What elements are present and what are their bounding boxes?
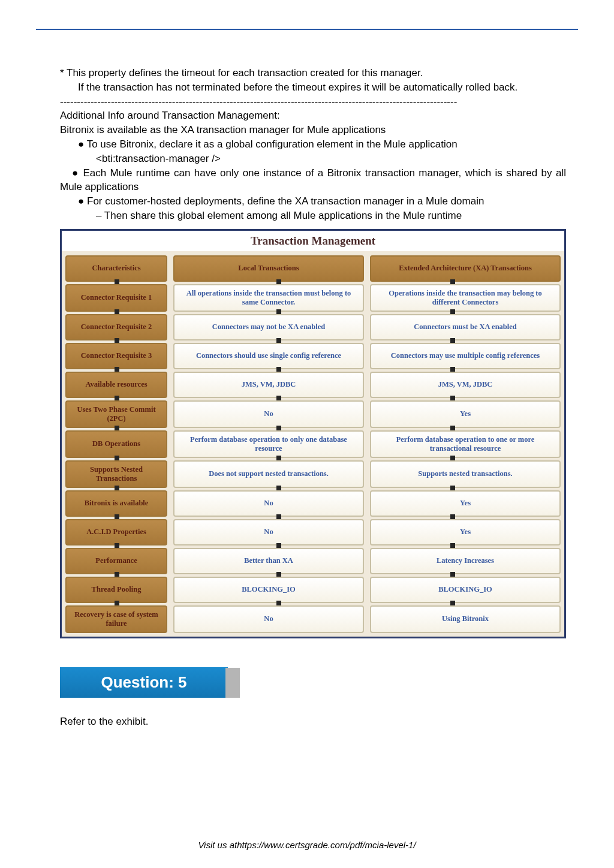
question-banner-wrap: Question: 5 xyxy=(60,653,566,698)
row-xa: Connectors must be XA enabled xyxy=(370,314,561,340)
intro-line2: If the transaction has not terminated be… xyxy=(60,80,566,95)
row-xa: BLOCKING_IO xyxy=(370,577,561,603)
table-row: Connector Requisite 3 Connectors should … xyxy=(65,340,561,369)
row-label: DB Operations xyxy=(65,430,167,458)
refer-text: Refer to the exhibit. xyxy=(60,715,566,729)
question-banner: Question: 5 xyxy=(60,667,228,698)
row-xa: Operations inside the transaction may be… xyxy=(370,284,561,312)
separator-line: ----------------------------------------… xyxy=(60,95,566,109)
table-row: Performance Better than XA Latency Incre… xyxy=(65,545,561,574)
table-row: Connector Requisite 1 All operations ins… xyxy=(65,282,561,312)
table-row: Uses Two Phase Commit (2PC) No Yes xyxy=(65,398,561,428)
table-row: Thread Pooling BLOCKING_IO BLOCKING_IO xyxy=(65,574,561,603)
row-label: Connector Requisite 3 xyxy=(65,343,167,369)
table-row: Supports Nested Transactions Does not su… xyxy=(65,458,561,488)
row-label: Connector Requisite 1 xyxy=(65,284,167,312)
footer-text: Visit us athttps://www.certsgrade.com/pd… xyxy=(0,840,614,850)
row-local: Perform database operation to only one d… xyxy=(173,430,364,458)
row-local: No xyxy=(173,605,364,633)
row-local: Does not support nested transactions. xyxy=(173,460,364,488)
table-row: Recovery is case of system failure No Us… xyxy=(65,603,561,633)
intro-line1: * This property defines the timeout for … xyxy=(60,66,566,80)
row-local: Better than XA xyxy=(173,548,364,574)
row-xa: Supports nested transactions. xyxy=(370,460,561,488)
row-label: Thread Pooling xyxy=(65,577,167,603)
row-local: All operations inside the transaction mu… xyxy=(173,284,364,312)
table-row: Connector Requisite 2 Connectors may not… xyxy=(65,312,561,340)
additional-l4: ● Each Mule runtime can have only one in… xyxy=(60,166,566,195)
page-content: * This property defines the timeout for … xyxy=(0,0,614,753)
table-row: Characteristics Local Transactions Exten… xyxy=(65,253,561,282)
row-xa: JMS, VM, JDBC xyxy=(370,372,561,398)
row-local: No xyxy=(173,519,364,545)
row-label: Connector Requisite 2 xyxy=(65,314,167,340)
row-local: No xyxy=(173,490,364,517)
transaction-table: Transaction Management Characteristics L… xyxy=(60,229,566,638)
additional-l2: ● To use Bitronix, declare it as a globa… xyxy=(60,137,566,152)
row-xa: Yes xyxy=(370,400,561,428)
table-body: Characteristics Local Transactions Exten… xyxy=(62,251,564,637)
additional-title: Additional Info around Transaction Manag… xyxy=(60,108,566,123)
row-local: Connectors should use single config refe… xyxy=(173,343,364,369)
table-row: DB Operations Perform database operation… xyxy=(65,428,561,458)
local-header: Local Transactions xyxy=(173,255,364,282)
row-xa: Yes xyxy=(370,519,561,545)
intro-block: * This property defines the timeout for … xyxy=(60,66,566,223)
additional-l3: <bti:transaction-manager /> xyxy=(60,152,566,166)
additional-l1: Bitronix is available as the XA transact… xyxy=(60,123,566,137)
row-xa: Perform database operation to one or mor… xyxy=(370,430,561,458)
additional-l5: ● For customer-hosted deployments, defin… xyxy=(60,194,566,209)
table-row: Available resources JMS, VM, JDBC JMS, V… xyxy=(65,369,561,398)
table-title: Transaction Management xyxy=(62,231,564,251)
row-label: A.C.I.D Properties xyxy=(65,519,167,545)
row-label: Uses Two Phase Commit (2PC) xyxy=(65,400,167,428)
row-local: Connectors may not be XA enabled xyxy=(173,314,364,340)
additional-l6: – Then share this global element among a… xyxy=(60,209,566,223)
xa-header: Extended Architecture (XA) Transactions xyxy=(370,255,561,282)
table-row: A.C.I.D Properties No Yes xyxy=(65,517,561,545)
char-label: Characteristics xyxy=(65,255,167,282)
row-xa: Connectors may use multiple config refer… xyxy=(370,343,561,369)
table-row: Bitronix is available No Yes xyxy=(65,488,561,517)
row-label: Available resources xyxy=(65,372,167,398)
row-label: Supports Nested Transactions xyxy=(65,460,167,488)
row-label: Recovery is case of system failure xyxy=(65,605,167,633)
row-xa: Latency Increases xyxy=(370,548,561,574)
row-label: Performance xyxy=(65,548,167,574)
row-local: No xyxy=(173,400,364,428)
row-xa: Using Bitronix xyxy=(370,605,561,633)
row-local: JMS, VM, JDBC xyxy=(173,372,364,398)
row-label: Bitronix is available xyxy=(65,490,167,517)
row-xa: Yes xyxy=(370,490,561,517)
row-local: BLOCKING_IO xyxy=(173,577,364,603)
banner-shadow xyxy=(225,668,240,698)
